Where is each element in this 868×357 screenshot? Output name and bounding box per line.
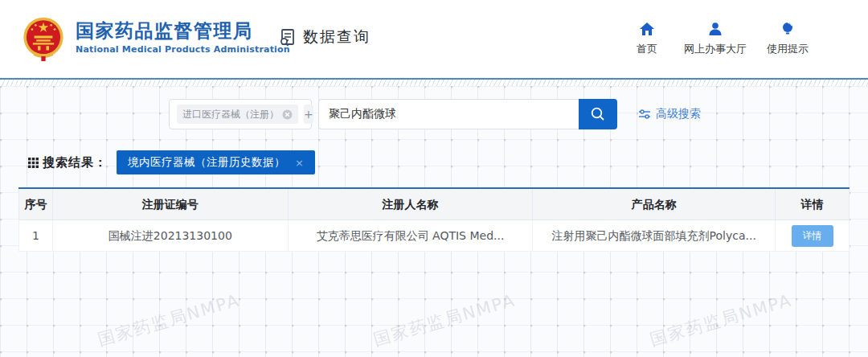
close-tab-icon[interactable]: × xyxy=(295,157,304,169)
results-row: 搜索结果： 境内医疗器械（注册历史数据） × xyxy=(28,150,315,174)
advanced-search-label: 高级搜索 xyxy=(656,107,701,121)
column-header-product: 产品名称 xyxy=(533,189,776,220)
nav-home-label: 首页 xyxy=(637,42,657,56)
detail-button[interactable]: 详情 xyxy=(792,225,833,247)
active-result-tab[interactable]: 境内医疗器械（注册历史数据） × xyxy=(117,150,315,174)
user-icon xyxy=(707,22,723,36)
site-subtitle: National Medical Products Administration xyxy=(76,44,290,55)
cell-detail: 详情 xyxy=(776,220,850,251)
header: 国家药品监督管理局 National Medical Products Admi… xyxy=(0,0,868,78)
search-bar: 进口医疗器械（注册） + xyxy=(169,99,701,129)
nav-online-hall[interactable]: 网上办事大厅 xyxy=(675,22,755,56)
brand-block: 国家药品监督管理局 National Medical Products Admi… xyxy=(76,20,290,55)
nav-usage-tips[interactable]: 使用提示 xyxy=(755,22,820,56)
grid-icon xyxy=(28,158,39,168)
search-input[interactable] xyxy=(318,99,579,129)
table-header-row: 序号 注册证编号 注册人名称 产品名称 详情 xyxy=(18,189,850,220)
category-tag: 进口医疗器械（注册） xyxy=(177,105,298,124)
document-search-icon xyxy=(277,27,297,47)
column-header-registrant: 注册人名称 xyxy=(289,189,534,220)
lightbulb-icon xyxy=(781,22,794,36)
results-label: 搜索结果： xyxy=(43,155,107,170)
column-header-detail: 详情 xyxy=(776,189,850,220)
cell-registrant: 艾克蒂思医疗有限公司 AQTIS Med... xyxy=(289,220,534,251)
nmpa-data-query-page: 国家药品监督管理局 National Medical Products Admi… xyxy=(0,0,868,357)
module-title-block: 数据查询 xyxy=(277,27,371,47)
china-national-emblem-logo xyxy=(22,15,65,62)
search-icon xyxy=(589,105,607,123)
active-result-tab-label: 境内医疗器械（注册历史数据） xyxy=(128,155,285,170)
column-header-index: 序号 xyxy=(19,189,53,220)
hatched-band xyxy=(0,80,868,86)
content-area: 国家药监局NMPA 国家药监局NMPA 国家药监局NMPA 进口医疗器械（注册）… xyxy=(0,86,868,357)
remove-category-icon[interactable] xyxy=(282,109,293,120)
cell-cert-no: 国械注进20213130100 xyxy=(53,220,289,251)
sliders-icon xyxy=(638,109,651,120)
results-table: 序号 注册证编号 注册人名称 产品名称 详情 1 国械注进20213130100… xyxy=(18,187,850,252)
watermark-text: 国家药监局NMPA xyxy=(95,289,242,351)
site-title: 国家药品监督管理局 xyxy=(76,20,290,41)
column-header-cert-no: 注册证编号 xyxy=(53,189,289,220)
cell-index: 1 xyxy=(19,220,53,251)
category-filter-box[interactable]: 进口医疗器械（注册） + xyxy=(169,99,312,129)
home-icon xyxy=(639,22,655,36)
search-button[interactable] xyxy=(579,99,617,129)
advanced-search-link[interactable]: 高级搜索 xyxy=(638,99,701,129)
nav-usage-tips-label: 使用提示 xyxy=(767,42,809,56)
nav-home[interactable]: 首页 xyxy=(619,22,675,56)
watermark-text: 国家药监局NMPA xyxy=(371,289,518,351)
cell-product: 注射用聚己内酯微球面部填充剂Polyca... xyxy=(533,220,776,251)
module-title: 数据查询 xyxy=(303,27,371,47)
watermark-text: 国家药监局NMPA xyxy=(647,289,794,351)
nav-online-hall-label: 网上办事大厅 xyxy=(684,42,747,56)
table-row: 1 国械注进20213130100 艾克蒂思医疗有限公司 AQTIS Med..… xyxy=(18,220,850,252)
add-category-button[interactable]: + xyxy=(304,105,313,124)
header-nav: 首页 网上办事大厅 使用提示 xyxy=(619,22,820,56)
category-tag-label: 进口医疗器械（注册） xyxy=(182,108,279,121)
